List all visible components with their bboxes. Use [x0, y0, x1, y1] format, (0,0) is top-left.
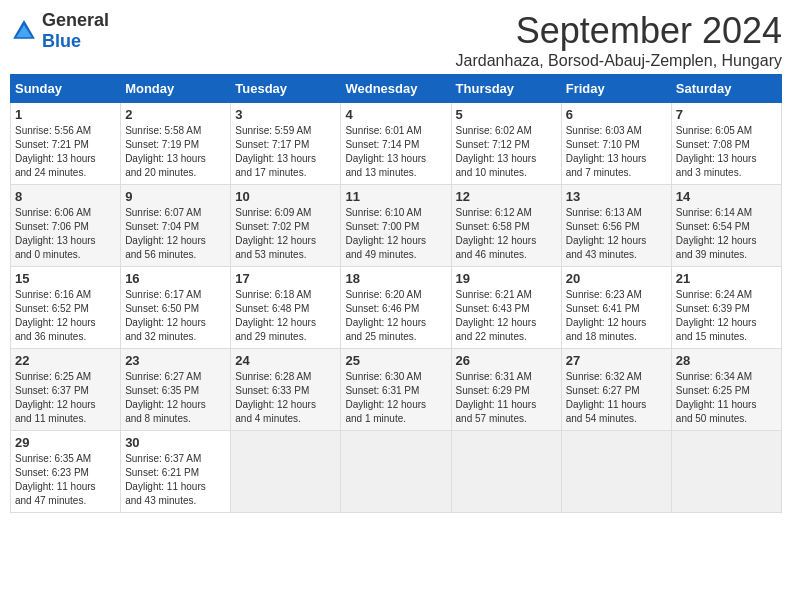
logo-text: General Blue [42, 10, 109, 52]
day-number: 18 [345, 271, 446, 286]
day-info: Sunrise: 6:09 AM Sunset: 7:02 PM Dayligh… [235, 206, 336, 262]
day-info: Sunrise: 6:23 AM Sunset: 6:41 PM Dayligh… [566, 288, 667, 344]
week-row-3: 15Sunrise: 6:16 AM Sunset: 6:52 PM Dayli… [11, 267, 782, 349]
month-year-title: September 2024 [456, 10, 782, 52]
day-info: Sunrise: 6:21 AM Sunset: 6:43 PM Dayligh… [456, 288, 557, 344]
day-cell-24: 24Sunrise: 6:28 AM Sunset: 6:33 PM Dayli… [231, 349, 341, 431]
day-number: 5 [456, 107, 557, 122]
day-info: Sunrise: 6:31 AM Sunset: 6:29 PM Dayligh… [456, 370, 557, 426]
day-cell-4: 4Sunrise: 6:01 AM Sunset: 7:14 PM Daylig… [341, 103, 451, 185]
day-cell-7: 7Sunrise: 6:05 AM Sunset: 7:08 PM Daylig… [671, 103, 781, 185]
day-number: 29 [15, 435, 116, 450]
header-friday: Friday [561, 75, 671, 103]
day-number: 20 [566, 271, 667, 286]
calendar-table: Sunday Monday Tuesday Wednesday Thursday… [10, 74, 782, 513]
day-cell-22: 22Sunrise: 6:25 AM Sunset: 6:37 PM Dayli… [11, 349, 121, 431]
day-cell-29: 29Sunrise: 6:35 AM Sunset: 6:23 PM Dayli… [11, 431, 121, 513]
day-cell-33 [451, 431, 561, 513]
week-row-2: 8Sunrise: 6:06 AM Sunset: 7:06 PM Daylig… [11, 185, 782, 267]
day-cell-27: 27Sunrise: 6:32 AM Sunset: 6:27 PM Dayli… [561, 349, 671, 431]
day-info: Sunrise: 6:32 AM Sunset: 6:27 PM Dayligh… [566, 370, 667, 426]
day-number: 30 [125, 435, 226, 450]
day-info: Sunrise: 6:25 AM Sunset: 6:37 PM Dayligh… [15, 370, 116, 426]
day-cell-5: 5Sunrise: 6:02 AM Sunset: 7:12 PM Daylig… [451, 103, 561, 185]
day-number: 21 [676, 271, 777, 286]
header: General Blue September 2024 Jardanhaza, … [10, 10, 782, 70]
day-cell-14: 14Sunrise: 6:14 AM Sunset: 6:54 PM Dayli… [671, 185, 781, 267]
day-cell-2: 2Sunrise: 5:58 AM Sunset: 7:19 PM Daylig… [121, 103, 231, 185]
day-info: Sunrise: 6:27 AM Sunset: 6:35 PM Dayligh… [125, 370, 226, 426]
week-row-1: 1Sunrise: 5:56 AM Sunset: 7:21 PM Daylig… [11, 103, 782, 185]
day-cell-28: 28Sunrise: 6:34 AM Sunset: 6:25 PM Dayli… [671, 349, 781, 431]
header-saturday: Saturday [671, 75, 781, 103]
day-info: Sunrise: 6:37 AM Sunset: 6:21 PM Dayligh… [125, 452, 226, 508]
day-cell-30: 30Sunrise: 6:37 AM Sunset: 6:21 PM Dayli… [121, 431, 231, 513]
day-number: 8 [15, 189, 116, 204]
day-cell-6: 6Sunrise: 6:03 AM Sunset: 7:10 PM Daylig… [561, 103, 671, 185]
day-cell-31 [231, 431, 341, 513]
day-cell-23: 23Sunrise: 6:27 AM Sunset: 6:35 PM Dayli… [121, 349, 231, 431]
day-info: Sunrise: 6:28 AM Sunset: 6:33 PM Dayligh… [235, 370, 336, 426]
day-cell-9: 9Sunrise: 6:07 AM Sunset: 7:04 PM Daylig… [121, 185, 231, 267]
day-number: 4 [345, 107, 446, 122]
day-cell-19: 19Sunrise: 6:21 AM Sunset: 6:43 PM Dayli… [451, 267, 561, 349]
day-info: Sunrise: 6:20 AM Sunset: 6:46 PM Dayligh… [345, 288, 446, 344]
day-cell-13: 13Sunrise: 6:13 AM Sunset: 6:56 PM Dayli… [561, 185, 671, 267]
day-info: Sunrise: 6:17 AM Sunset: 6:50 PM Dayligh… [125, 288, 226, 344]
logo-icon [10, 17, 38, 45]
day-info: Sunrise: 6:06 AM Sunset: 7:06 PM Dayligh… [15, 206, 116, 262]
day-number: 13 [566, 189, 667, 204]
day-cell-34 [561, 431, 671, 513]
day-number: 24 [235, 353, 336, 368]
day-number: 2 [125, 107, 226, 122]
day-number: 12 [456, 189, 557, 204]
days-header-row: Sunday Monday Tuesday Wednesday Thursday… [11, 75, 782, 103]
day-number: 7 [676, 107, 777, 122]
location-subtitle: Jardanhaza, Borsod-Abauj-Zemplen, Hungar… [456, 52, 782, 70]
day-number: 3 [235, 107, 336, 122]
day-cell-8: 8Sunrise: 6:06 AM Sunset: 7:06 PM Daylig… [11, 185, 121, 267]
day-info: Sunrise: 6:12 AM Sunset: 6:58 PM Dayligh… [456, 206, 557, 262]
day-info: Sunrise: 6:10 AM Sunset: 7:00 PM Dayligh… [345, 206, 446, 262]
logo-blue: Blue [42, 31, 81, 51]
day-number: 17 [235, 271, 336, 286]
week-row-5: 29Sunrise: 6:35 AM Sunset: 6:23 PM Dayli… [11, 431, 782, 513]
day-cell-17: 17Sunrise: 6:18 AM Sunset: 6:48 PM Dayli… [231, 267, 341, 349]
day-info: Sunrise: 6:01 AM Sunset: 7:14 PM Dayligh… [345, 124, 446, 180]
day-cell-10: 10Sunrise: 6:09 AM Sunset: 7:02 PM Dayli… [231, 185, 341, 267]
day-cell-18: 18Sunrise: 6:20 AM Sunset: 6:46 PM Dayli… [341, 267, 451, 349]
day-info: Sunrise: 6:35 AM Sunset: 6:23 PM Dayligh… [15, 452, 116, 508]
day-cell-12: 12Sunrise: 6:12 AM Sunset: 6:58 PM Dayli… [451, 185, 561, 267]
day-info: Sunrise: 6:05 AM Sunset: 7:08 PM Dayligh… [676, 124, 777, 180]
day-number: 9 [125, 189, 226, 204]
day-cell-1: 1Sunrise: 5:56 AM Sunset: 7:21 PM Daylig… [11, 103, 121, 185]
day-cell-32 [341, 431, 451, 513]
day-info: Sunrise: 6:03 AM Sunset: 7:10 PM Dayligh… [566, 124, 667, 180]
title-area: September 2024 Jardanhaza, Borsod-Abauj-… [456, 10, 782, 70]
header-tuesday: Tuesday [231, 75, 341, 103]
day-number: 19 [456, 271, 557, 286]
day-number: 14 [676, 189, 777, 204]
day-number: 28 [676, 353, 777, 368]
day-cell-26: 26Sunrise: 6:31 AM Sunset: 6:29 PM Dayli… [451, 349, 561, 431]
day-number: 6 [566, 107, 667, 122]
day-number: 22 [15, 353, 116, 368]
day-info: Sunrise: 6:24 AM Sunset: 6:39 PM Dayligh… [676, 288, 777, 344]
day-info: Sunrise: 6:30 AM Sunset: 6:31 PM Dayligh… [345, 370, 446, 426]
day-cell-15: 15Sunrise: 6:16 AM Sunset: 6:52 PM Dayli… [11, 267, 121, 349]
day-number: 11 [345, 189, 446, 204]
day-cell-21: 21Sunrise: 6:24 AM Sunset: 6:39 PM Dayli… [671, 267, 781, 349]
day-info: Sunrise: 5:56 AM Sunset: 7:21 PM Dayligh… [15, 124, 116, 180]
day-cell-16: 16Sunrise: 6:17 AM Sunset: 6:50 PM Dayli… [121, 267, 231, 349]
day-number: 26 [456, 353, 557, 368]
day-info: Sunrise: 6:34 AM Sunset: 6:25 PM Dayligh… [676, 370, 777, 426]
day-cell-11: 11Sunrise: 6:10 AM Sunset: 7:00 PM Dayli… [341, 185, 451, 267]
day-number: 1 [15, 107, 116, 122]
day-number: 10 [235, 189, 336, 204]
header-thursday: Thursday [451, 75, 561, 103]
day-info: Sunrise: 6:02 AM Sunset: 7:12 PM Dayligh… [456, 124, 557, 180]
day-info: Sunrise: 6:14 AM Sunset: 6:54 PM Dayligh… [676, 206, 777, 262]
week-row-4: 22Sunrise: 6:25 AM Sunset: 6:37 PM Dayli… [11, 349, 782, 431]
logo-general: General [42, 10, 109, 30]
day-number: 23 [125, 353, 226, 368]
